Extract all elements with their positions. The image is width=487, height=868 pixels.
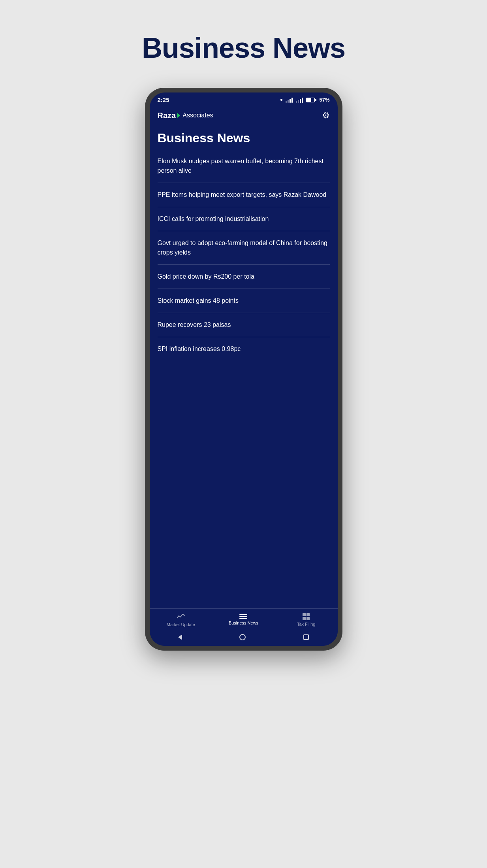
- news-text: Gold price down by Rs200 per tola: [158, 272, 330, 281]
- android-nav-bar: [150, 630, 338, 646]
- nav-item-market-update[interactable]: Market Update: [165, 613, 197, 627]
- news-item-2[interactable]: PPE items helping meet export targets, s…: [158, 183, 330, 207]
- phone-body: 2:25 57%: [145, 88, 342, 651]
- nav-label-tax-filing: Tax Filing: [297, 622, 315, 626]
- news-item-7[interactable]: Rupee recovers 23 paisas: [158, 313, 330, 337]
- phone-frame: 2:25 57%: [145, 88, 342, 651]
- content-area: Business News Elon Musk nudges past warr…: [150, 124, 338, 608]
- news-item-3[interactable]: ICCI calls for promoting industrialisati…: [158, 207, 330, 231]
- section-title: Business News: [158, 131, 330, 145]
- app-header: Raza Associates ⚙: [150, 106, 338, 124]
- news-item-4[interactable]: Govt urged to adopt eco-farming model of…: [158, 231, 330, 265]
- signal-bars-icon: [286, 97, 293, 103]
- news-text: Elon Musk nudges past warren buffet, bec…: [158, 157, 330, 175]
- status-time: 2:25: [158, 96, 169, 103]
- phone-screen: 2:25 57%: [150, 92, 338, 646]
- battery-icon: [306, 98, 316, 102]
- news-text: PPE items helping meet export targets, s…: [158, 190, 330, 200]
- status-icons: 57%: [280, 97, 329, 103]
- nav-item-tax-filing[interactable]: Tax Filing: [290, 613, 322, 626]
- news-text: Govt urged to adopt eco-farming model of…: [158, 238, 330, 257]
- signal-dot: [280, 99, 282, 101]
- status-bar: 2:25 57%: [150, 92, 338, 106]
- nav-label-business-news: Business News: [229, 621, 258, 625]
- news-item-6[interactable]: Stock market gains 48 points: [158, 289, 330, 313]
- logo-associates-text: Associates: [182, 112, 213, 119]
- bottom-nav: Market Update Business News Tax Filing: [150, 608, 338, 630]
- home-button[interactable]: [239, 634, 246, 640]
- news-item-1[interactable]: Elon Musk nudges past warren buffet, bec…: [158, 153, 330, 183]
- logo: Raza Associates: [158, 111, 213, 120]
- news-item-8[interactable]: SPI inflation increases 0.98pc: [158, 337, 330, 353]
- news-text: ICCI calls for promoting industrialisati…: [158, 214, 330, 224]
- wifi-icon: [296, 97, 303, 103]
- logo-arrow-icon: [177, 113, 180, 118]
- nav-label-market-update: Market Update: [167, 622, 195, 627]
- tax-filing-icon: [303, 613, 310, 620]
- market-update-icon: [177, 613, 185, 621]
- news-text: Rupee recovers 23 paisas: [158, 320, 330, 330]
- business-news-icon: [239, 614, 247, 619]
- logo-raza-text: Raza: [158, 111, 176, 120]
- news-list: Elon Musk nudges past warren buffet, bec…: [158, 153, 330, 353]
- back-button[interactable]: [178, 634, 182, 640]
- news-text: SPI inflation increases 0.98pc: [158, 344, 330, 353]
- battery-percent: 57%: [319, 97, 329, 103]
- page-title: Business News: [142, 32, 345, 64]
- settings-button[interactable]: ⚙: [322, 110, 330, 121]
- recents-button[interactable]: [303, 634, 309, 640]
- news-item-5[interactable]: Gold price down by Rs200 per tola: [158, 265, 330, 289]
- news-text: Stock market gains 48 points: [158, 296, 330, 306]
- nav-item-business-news[interactable]: Business News: [228, 614, 259, 625]
